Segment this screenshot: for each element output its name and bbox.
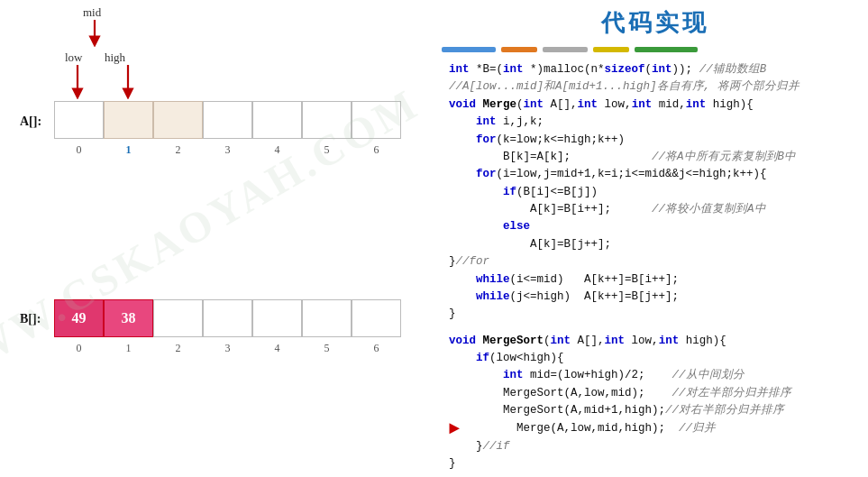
array-b-index-5: 5	[302, 339, 352, 355]
code-body-2: for(k=low;k<=high;k++)	[449, 132, 861, 149]
array-b-cell-2	[153, 299, 203, 337]
array-b-container: 49 38	[54, 299, 401, 337]
array-a-index-2: 2	[153, 141, 203, 157]
code-body-4: for(i=low,j=mid+1,k=i;i<=mid&&j<=high;k+…	[449, 166, 861, 183]
array-a-index-6: 6	[352, 141, 401, 157]
array-a-cell-6	[352, 101, 401, 139]
array-a-cell-0	[54, 101, 104, 139]
high-label: high	[105, 50, 125, 65]
page-title: 代码实现	[601, 10, 709, 36]
high-arrow	[119, 65, 137, 99]
code-body2-text-3: MergeSort(A,low,mid); //对左半部分归并排序	[449, 385, 791, 402]
mid-label: mid	[83, 5, 101, 20]
code-fn2: void MergeSort(int A[],int low,int high)…	[449, 333, 861, 350]
mid-arrow	[86, 20, 104, 47]
code-comment-text-1: //A[low...mid]和A[mid+1...high]各自有序, 将两个部…	[449, 78, 799, 96]
code-body2-text-2: int mid=(low+high)/2; //从中间划分	[449, 367, 745, 384]
array-b-index-6: 6	[352, 339, 401, 355]
array-b-index-0: 0	[54, 339, 104, 355]
code-body-text-8: A[k]=B[j++];	[449, 236, 611, 253]
array-a-index-4: 4	[252, 141, 302, 157]
code-text-1: int *B=(int *)malloc(n*sizeof(int)); //辅…	[449, 61, 766, 78]
code-body2-5-arrow: ► Merge(A,low,mid,high); //归并	[449, 420, 861, 438]
code-fn2-text: void MergeSort(int A[],int low,int high)…	[449, 333, 726, 350]
code-body-text-12: }	[449, 306, 456, 323]
arrow-right-icon: ►	[449, 420, 460, 438]
array-b-cell-0: 49	[54, 299, 104, 337]
code-body-11: while(j<=high) A[k++]=B[j++];	[449, 289, 861, 306]
array-b-cell-3	[203, 299, 252, 337]
array-a-cell-2	[153, 101, 203, 139]
array-a-cell-4	[252, 101, 302, 139]
code-body2-2: int mid=(low+high)/2; //从中间划分	[449, 367, 861, 384]
code-body-text-6: A[k]=B[i++]; //将较小值复制到A中	[449, 201, 766, 218]
code-body-8: A[k]=B[j++];	[449, 236, 861, 253]
code-body2-text-5: Merge(A,low,mid,high); //归并	[462, 420, 716, 437]
array-b-index-1: 1	[104, 339, 153, 355]
code-body-text-4: for(i=low,j=mid+1,k=i;i<=mid&&j<=high;k+…	[449, 166, 767, 183]
code-fn1: void Merge(int A[],int low,int mid,int h…	[449, 96, 861, 114]
code-body-1: int i,j,k;	[449, 114, 861, 131]
array-b-index-3: 3	[203, 339, 252, 355]
code-body-5: if(B[i]<=B[j])	[449, 184, 861, 201]
code-fn1-text: void Merge(int A[],int low,int mid,int h…	[449, 96, 754, 114]
array-a-container	[54, 101, 401, 139]
array-b-index-2: 2	[153, 339, 203, 355]
color-bar-orange	[501, 47, 537, 52]
array-b-cell-4	[252, 299, 302, 337]
color-bar	[442, 47, 698, 52]
code-body2-text-1: if(low<high){	[449, 350, 564, 367]
code-comment-1: //A[low...mid]和A[mid+1...high]各自有序, 将两个部…	[449, 78, 861, 96]
code-body-text-1: int i,j,k;	[449, 114, 544, 131]
array-a-index-0: 0	[54, 141, 104, 157]
array-b-cell-1: 38	[104, 299, 153, 337]
color-bar-green	[635, 47, 698, 52]
code-body-text-11: while(j<=high) A[k++]=B[j++];	[449, 289, 679, 306]
code-body-10: while(i<=mid) A[k++]=B[i++];	[449, 271, 861, 289]
array-a-label: A[]:	[20, 115, 41, 129]
array-a-cell-1	[104, 101, 153, 139]
code-body-text-9: }//for	[449, 253, 489, 271]
color-bar-yellow	[593, 47, 629, 52]
low-label: low	[65, 50, 83, 65]
code-body-text-2: for(k=low;k<=high;k++)	[449, 132, 625, 149]
code-body-9: }//for	[449, 253, 861, 271]
array-a-cell-5	[302, 101, 352, 139]
code-body2-3: MergeSort(A,low,mid); //对左半部分归并排序	[449, 385, 861, 402]
code-body2-text-6: }//if	[449, 438, 510, 455]
array-b-index-4: 4	[252, 339, 302, 355]
code-body-3: B[k]=A[k]; //将A中所有元素复制到B中	[449, 149, 861, 166]
array-b-cell-6	[352, 299, 401, 337]
array-a-cell-3	[203, 101, 252, 139]
code-body2-text-7: }	[449, 455, 456, 472]
array-a-index-1: 1	[104, 141, 153, 157]
array-a-index-5: 5	[302, 141, 352, 157]
code-body-text-7: else	[449, 218, 530, 235]
color-bar-gray	[543, 47, 588, 52]
code-body2-4: MergeSort(A,mid+1,high);//对右半部分归并排序	[449, 402, 861, 419]
code-body2-7: }	[449, 455, 861, 472]
code-body-text-3: B[k]=A[k]; //将A中所有元素复制到B中	[449, 149, 796, 166]
array-a-indices: 0 1 2 3 4 5 6	[54, 141, 401, 157]
array-b-indices: 0 1 2 3 4 5 6	[54, 339, 401, 355]
array-b-label: B[]:	[20, 312, 41, 326]
array-b-cell-5	[302, 299, 352, 337]
code-panel: int *B=(int *)malloc(n*sizeof(int)); //辅…	[442, 61, 868, 477]
code-body-text-10: while(i<=mid) A[k++]=B[i++];	[449, 271, 679, 289]
code-body2-6: }//if	[449, 438, 861, 455]
code-body-text-5: if(B[i]<=B[j])	[449, 184, 598, 201]
code-body2-1: if(low<high){	[449, 350, 861, 367]
code-body-7: else	[449, 218, 861, 235]
low-arrow	[69, 65, 87, 99]
code-body-6: A[k]=B[i++]; //将较小值复制到A中	[449, 201, 861, 218]
code-body2-text-4: MergeSort(A,mid+1,high);//对右半部分归并排序	[449, 402, 784, 419]
code-body-12: }	[449, 306, 861, 323]
code-line-1: int *B=(int *)malloc(n*sizeof(int)); //辅…	[449, 61, 861, 78]
color-bar-blue	[442, 47, 496, 52]
array-a-index-3: 3	[203, 141, 252, 157]
